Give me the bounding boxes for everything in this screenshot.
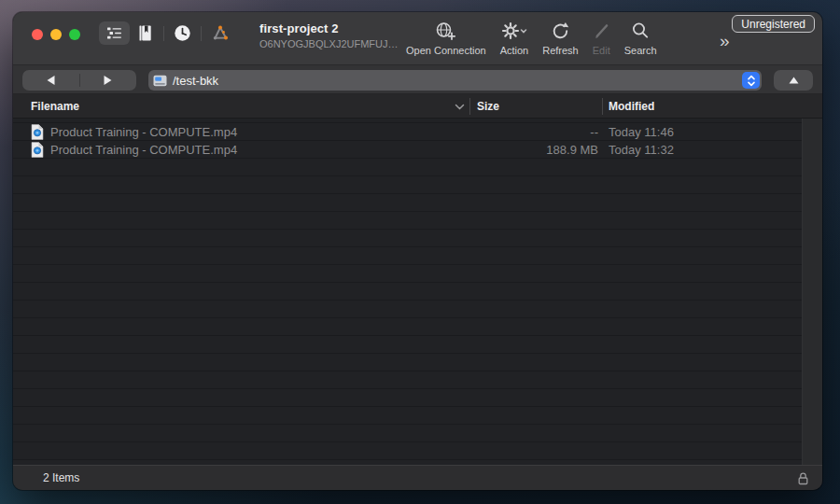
search-label: Search <box>624 45 657 56</box>
action-label: Action <box>500 45 529 56</box>
navigation-bar: /test-bkk <box>13 65 822 94</box>
forward-arrow-icon <box>104 76 112 85</box>
sort-chevron-icon <box>455 104 465 110</box>
toolbar-actions: Open Connection <box>406 19 657 56</box>
back-button[interactable] <box>22 70 79 91</box>
refresh-button[interactable]: Refresh <box>542 19 579 56</box>
file-name: Product Training - COMPUTE.mp4 <box>50 125 237 139</box>
history-view-button[interactable] <box>167 21 198 45</box>
browser-view-button[interactable] <box>99 21 130 45</box>
pencil-icon <box>593 19 610 43</box>
file-modified: Today 11:32 <box>609 143 674 157</box>
movie-file-icon <box>31 142 44 158</box>
refresh-label: Refresh <box>542 45 579 56</box>
gear-icon <box>501 19 527 43</box>
current-path: /test-bkk <box>173 74 218 88</box>
column-header-filename[interactable]: Filename <box>31 94 79 118</box>
path-stepper-button[interactable] <box>742 72 760 89</box>
action-button[interactable]: Action <box>500 19 529 56</box>
window-subtitle: O6NYOGJBQLXJ2UFMFUJ… <box>259 38 407 49</box>
open-connection-button[interactable]: Open Connection <box>406 19 486 56</box>
scrollbar-track[interactable] <box>802 119 822 465</box>
cyberduck-window: first-project 2 O6NYOGJBQLXJ2UFMFUJ… <box>13 12 822 490</box>
file-modified: Today 11:46 <box>609 125 674 139</box>
globe-plus-icon <box>435 19 456 43</box>
toolbar-divider <box>163 26 164 41</box>
column-header-size[interactable]: Size <box>477 94 499 118</box>
open-connection-label: Open Connection <box>406 45 486 56</box>
bonjour-view-button[interactable] <box>204 21 235 45</box>
search-icon <box>631 19 650 43</box>
edit-label: Edit <box>593 45 610 56</box>
table-row[interactable]: Product Training - COMPUTE.mp4 -- Today … <box>13 123 802 141</box>
column-header-modified[interactable]: Modified <box>609 94 654 118</box>
browser-outline-icon <box>107 27 122 40</box>
toolbar: first-project 2 O6NYOGJBQLXJ2UFMFUJ… <box>13 12 822 65</box>
window-title: first-project 2 <box>259 21 407 35</box>
refresh-icon <box>551 19 570 43</box>
search-button[interactable]: Search <box>624 19 657 56</box>
status-bar: 2 Items <box>13 465 822 490</box>
column-divider <box>469 98 470 115</box>
toolbar-overflow-chevron[interactable]: » <box>720 32 730 49</box>
file-list: Product Training - COMPUTE.mp4 -- Today … <box>13 119 822 465</box>
zoom-window-button[interactable] <box>69 29 80 40</box>
movie-file-icon <box>31 124 44 140</box>
toolbar-divider <box>201 26 202 41</box>
bookmarks-view-button[interactable] <box>130 21 161 45</box>
parent-directory-button[interactable] <box>774 70 813 91</box>
history-icon <box>174 24 191 42</box>
window-title-block: first-project 2 O6NYOGJBQLXJ2UFMFUJ… <box>259 21 407 49</box>
minimize-window-button[interactable] <box>50 29 62 40</box>
column-divider <box>602 98 603 115</box>
volume-icon <box>153 74 167 88</box>
edit-button: Edit <box>593 19 610 56</box>
items-count: 2 Items <box>43 471 79 484</box>
view-segmented-control <box>99 21 235 45</box>
path-combobox[interactable]: /test-bkk <box>148 70 762 91</box>
close-window-button[interactable] <box>32 29 43 40</box>
back-arrow-icon <box>47 76 55 85</box>
table-row[interactable]: Product Training - COMPUTE.mp4 188.9 MB … <box>13 141 802 159</box>
file-size: -- <box>477 125 598 139</box>
up-down-chevrons-icon <box>747 75 756 87</box>
table-header: Filename Size Modified <box>13 94 822 119</box>
desktop-wallpaper: first-project 2 O6NYOGJBQLXJ2UFMFUJ… <box>0 0 840 504</box>
unregistered-badge[interactable]: Unregistered <box>732 15 815 33</box>
bookmarks-icon <box>138 24 152 42</box>
traffic-lights <box>32 29 80 40</box>
forward-button[interactable] <box>80 70 137 91</box>
back-forward-control <box>22 70 136 91</box>
up-triangle-icon <box>789 77 799 84</box>
file-size: 188.9 MB <box>477 143 598 157</box>
file-name: Product Training - COMPUTE.mp4 <box>50 143 237 157</box>
unlocked-icon <box>797 471 809 485</box>
bonjour-icon <box>211 24 230 43</box>
